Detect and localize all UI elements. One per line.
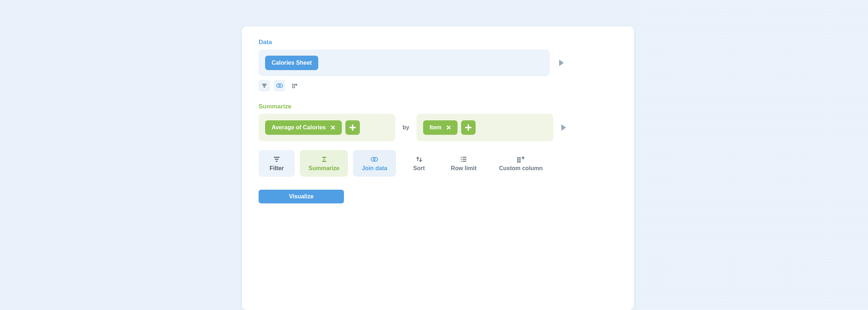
filter-mini-icon[interactable] <box>259 80 270 91</box>
join-icon <box>276 83 283 88</box>
custom-column-button-label: Custom column <box>499 165 543 172</box>
data-source-pill-label: Calories Sheet <box>272 60 312 66</box>
filter-icon <box>273 155 281 163</box>
svg-rect-21 <box>463 159 467 160</box>
operations-row: Filter Summarize Join data <box>259 150 617 177</box>
aggregation-well: Average of Calories <box>259 114 395 141</box>
row-limit-button-label: Row limit <box>451 165 477 172</box>
svg-rect-8 <box>294 86 295 87</box>
add-group-by-button[interactable] <box>461 120 476 135</box>
svg-rect-7 <box>292 86 293 87</box>
sigma-icon <box>320 155 328 163</box>
svg-rect-22 <box>461 161 462 162</box>
summarize-button-label: Summarize <box>309 165 339 172</box>
query-builder-card: Data Calories Sheet <box>242 26 634 310</box>
svg-rect-26 <box>517 159 519 160</box>
grid-plus-icon <box>517 155 525 163</box>
svg-rect-19 <box>463 157 467 158</box>
filter-icon <box>261 83 267 89</box>
svg-rect-6 <box>294 84 295 85</box>
close-icon[interactable] <box>330 125 335 130</box>
svg-rect-24 <box>517 157 519 159</box>
svg-rect-2 <box>264 87 265 87</box>
join-data-button[interactable]: Join data <box>353 150 396 177</box>
sort-button[interactable]: Sort <box>401 150 437 177</box>
svg-rect-9 <box>292 87 293 88</box>
svg-rect-20 <box>461 159 462 160</box>
filter-button-label: Filter <box>269 165 284 172</box>
close-icon[interactable] <box>446 125 451 130</box>
svg-rect-15 <box>276 161 278 162</box>
by-label: by <box>402 124 410 131</box>
svg-rect-0 <box>262 84 267 85</box>
svg-rect-10 <box>294 87 295 88</box>
preview-summarize-icon[interactable] <box>561 124 566 131</box>
data-row: Calories Sheet <box>259 49 617 76</box>
group-by-well: Item <box>417 114 553 141</box>
custom-column-button[interactable]: Custom column <box>490 150 552 177</box>
join-data-button-label: Join data <box>362 165 387 172</box>
filter-button[interactable]: Filter <box>259 150 295 177</box>
svg-rect-31 <box>522 157 524 158</box>
svg-rect-25 <box>519 157 521 159</box>
data-section-label: Data <box>259 39 617 46</box>
row-limit-button[interactable]: Row limit <box>442 150 485 177</box>
visualize-button-label: Visualize <box>289 193 314 200</box>
data-source-pill[interactable]: Calories Sheet <box>265 56 318 70</box>
svg-point-17 <box>374 157 378 161</box>
join-mini-icon[interactable] <box>274 80 285 91</box>
svg-rect-18 <box>461 157 462 158</box>
aggregation-pill-label: Average of Calories <box>272 124 326 131</box>
decorative-noise <box>639 0 868 310</box>
list-icon <box>460 155 468 163</box>
aggregation-pill[interactable]: Average of Calories <box>265 120 342 135</box>
svg-rect-12 <box>295 85 297 85</box>
custom-column-mini-icon[interactable] <box>289 80 301 91</box>
svg-rect-5 <box>292 84 293 85</box>
svg-rect-27 <box>519 159 521 160</box>
summarize-row: Average of Calories by Item <box>259 114 617 141</box>
summarize-button[interactable]: Summarize <box>300 150 348 177</box>
svg-rect-13 <box>274 157 280 158</box>
data-step-mini-toolbar <box>259 80 617 91</box>
svg-rect-23 <box>463 161 467 162</box>
group-by-pill-label: Item <box>430 124 442 131</box>
sort-icon <box>415 155 423 163</box>
add-aggregation-button[interactable] <box>345 120 360 135</box>
data-source-well: Calories Sheet <box>259 49 550 76</box>
preview-data-icon[interactable] <box>559 60 564 66</box>
summarize-section-label: Summarize <box>259 103 617 110</box>
group-by-pill[interactable]: Item <box>423 120 458 135</box>
svg-rect-28 <box>517 161 519 163</box>
grid-plus-icon <box>292 83 298 89</box>
svg-rect-29 <box>519 161 521 163</box>
sort-button-label: Sort <box>413 165 425 172</box>
svg-rect-14 <box>275 159 278 160</box>
visualize-button[interactable]: Visualize <box>259 190 344 203</box>
join-icon <box>370 155 378 163</box>
svg-rect-1 <box>263 85 266 86</box>
